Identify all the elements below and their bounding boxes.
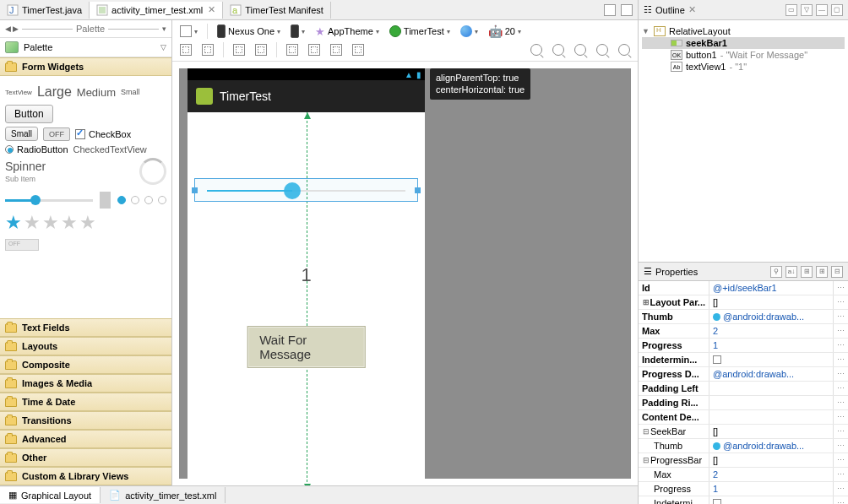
tab-java[interactable]: J TimerTest.java [0, 2, 90, 19]
more-icon[interactable]: ⋯ [833, 310, 848, 323]
prop-padr-val[interactable] [709, 396, 833, 409]
props-sort-icon[interactable]: a↓ [785, 266, 797, 278]
more-icon[interactable]: ⋯ [833, 382, 848, 395]
props-group-icon[interactable]: ⊞ [801, 266, 813, 278]
seekbar-widget[interactable] [194, 178, 418, 202]
outline-seekbar[interactable]: seekBar1 [642, 37, 845, 49]
props-filter-icon[interactable]: ⚲ [770, 266, 782, 278]
prop-thumb2-val[interactable]: @android:drawab... [709, 439, 833, 453]
widget-medium[interactable]: Medium [77, 86, 116, 99]
tb-zoom-out[interactable] [528, 43, 545, 57]
cat-textfields[interactable]: Text Fields [0, 318, 171, 337]
prop-row-indet2[interactable]: Indetermi...⋯ [639, 496, 848, 504]
widget-small[interactable]: Small [121, 88, 140, 96]
maximize-icon[interactable] [621, 4, 633, 16]
outline-max-icon[interactable]: ▢ [831, 4, 843, 16]
cat-layouts[interactable]: Layouts [0, 337, 171, 355]
prop-row-progressd[interactable]: Progress D...@android:drawab...⋯ [639, 367, 848, 382]
prop-progress-val[interactable]: 1 [709, 339, 833, 352]
props-remove-icon[interactable]: ⊟ [831, 266, 843, 278]
props-add-icon[interactable]: ⊞ [816, 266, 828, 278]
button-widget[interactable]: Wait For Message [247, 326, 366, 368]
tb-align3[interactable] [328, 43, 345, 57]
widget-spinner[interactable]: Spinner [5, 160, 46, 173]
prop-layout-val[interactable]: [] [709, 295, 833, 309]
checkbox-icon[interactable] [713, 499, 721, 504]
widget-toggle[interactable]: OFF [43, 127, 70, 141]
prop-thumb-val[interactable]: @android:drawab... [709, 310, 833, 323]
tb-zoom-in[interactable] [616, 43, 633, 57]
tab-manifest[interactable]: a TimerTest Manifest [223, 2, 331, 19]
prop-contentd-val[interactable] [709, 410, 833, 424]
prop-seekbar-val[interactable]: [] [709, 425, 833, 438]
more-icon[interactable]: ⋯ [833, 482, 848, 496]
minimize-icon[interactable] [604, 4, 616, 16]
more-icon[interactable]: ⋯ [833, 324, 848, 338]
collapse-icon[interactable]: ⊟ [642, 456, 650, 464]
textview-widget[interactable]: 1 [188, 264, 425, 286]
collapse-icon[interactable]: ⊟ [642, 427, 650, 436]
prop-row-seekbar[interactable]: ⊟SeekBar[]⋯ [639, 425, 848, 439]
more-icon[interactable]: ⋯ [833, 367, 848, 381]
widget-slider[interactable] [5, 199, 93, 202]
tb-orientation[interactable]: ▾ [288, 24, 307, 39]
cat-form-widgets[interactable]: Form Widgets [0, 57, 171, 76]
palette-fwd-icon[interactable]: ▶ [13, 24, 19, 33]
widget-switch[interactable] [5, 239, 39, 251]
prop-max-val[interactable]: 2 [709, 324, 833, 338]
tb-align4[interactable] [350, 43, 367, 57]
more-icon[interactable]: ⋯ [833, 339, 848, 352]
tb-zoom-100[interactable] [550, 43, 567, 57]
prop-row-progress2[interactable]: Progress1⋯ [639, 482, 848, 496]
more-icon[interactable]: ⋯ [833, 295, 848, 309]
prop-row-progress[interactable]: Progress1⋯ [639, 339, 848, 353]
palette-selector[interactable]: Palette ▽ [0, 38, 171, 57]
more-icon[interactable]: ⋯ [833, 496, 848, 504]
more-icon[interactable]: ⋯ [833, 453, 848, 467]
cat-custom[interactable]: Custom & Library Views [0, 467, 171, 485]
prop-row-contentd[interactable]: Content De...⋯ [639, 410, 848, 425]
outline-min2-icon[interactable]: — [816, 4, 828, 16]
prop-indet2-val[interactable] [709, 496, 833, 504]
checkbox-icon[interactable] [713, 355, 721, 364]
widget-small-button[interactable]: Small [5, 127, 38, 141]
widget-progress-ring[interactable] [139, 158, 166, 185]
widget-checkbox[interactable]: CheckBox [75, 129, 131, 139]
tab-close-icon[interactable]: ✕ [208, 4, 215, 15]
canvas[interactable]: ▲ ▮ TimerTest [172, 62, 638, 485]
widget-textview[interactable]: TextView [5, 89, 32, 96]
cat-transitions[interactable]: Transitions [0, 411, 171, 430]
prop-progress2-val[interactable]: 1 [709, 482, 833, 496]
outline-relativelayout[interactable]: ▼ RelativeLayout [642, 25, 845, 37]
prop-max2-val[interactable]: 2 [709, 468, 833, 481]
prop-row-layout[interactable]: ⊞Layout Par...[]⋯ [639, 295, 848, 310]
prop-row-padl[interactable]: Padding Left⋯ [639, 382, 848, 396]
prop-row-max[interactable]: Max2⋯ [639, 324, 848, 339]
prop-row-id[interactable]: Id@+id/seekBar1⋯ [639, 281, 848, 295]
expand-icon[interactable]: ⊞ [642, 298, 650, 306]
cat-time[interactable]: Time & Date [0, 393, 171, 411]
widget-large[interactable]: Large [37, 84, 72, 100]
widget-rating[interactable]: ★ ★ ★ ★ ★ [5, 212, 166, 234]
prop-row-thumb2[interactable]: Thumb@android:drawab...⋯ [639, 439, 848, 453]
widget-checkedtv[interactable]: CheckedTextView [73, 144, 147, 154]
widget-radiobutton[interactable]: RadioButton [5, 144, 68, 154]
more-icon[interactable]: ⋯ [833, 353, 848, 366]
tb-zoom-fit[interactable] [572, 43, 589, 57]
outline-close-icon[interactable]: ✕ [688, 4, 696, 15]
tb-toggle-margin[interactable] [231, 43, 247, 57]
outline-min-icon[interactable]: ▭ [785, 4, 797, 16]
tb-align2[interactable] [306, 43, 323, 57]
prop-row-indet[interactable]: Indetermin...⋯ [639, 353, 848, 367]
widget-page-indicator[interactable] [117, 196, 166, 204]
cat-images[interactable]: Images & Media [0, 374, 171, 393]
prop-indet-val[interactable] [709, 353, 833, 366]
tb-toggle-gravity[interactable] [253, 43, 269, 57]
btab-xml[interactable]: 📄 activity_timer_test.xml [101, 487, 226, 503]
prop-row-progressbar[interactable]: ⊟ProgressBar[]⋯ [639, 453, 848, 468]
btab-graphical[interactable]: ▦ Graphical Layout [0, 487, 101, 503]
prop-id-val[interactable]: @+id/seekBar1 [709, 281, 833, 295]
outline-toggle-icon[interactable]: ▽ [801, 4, 813, 16]
prop-padl-val[interactable] [709, 382, 833, 395]
outline-button[interactable]: OK button1 - "Wait For Message" [642, 49, 845, 61]
